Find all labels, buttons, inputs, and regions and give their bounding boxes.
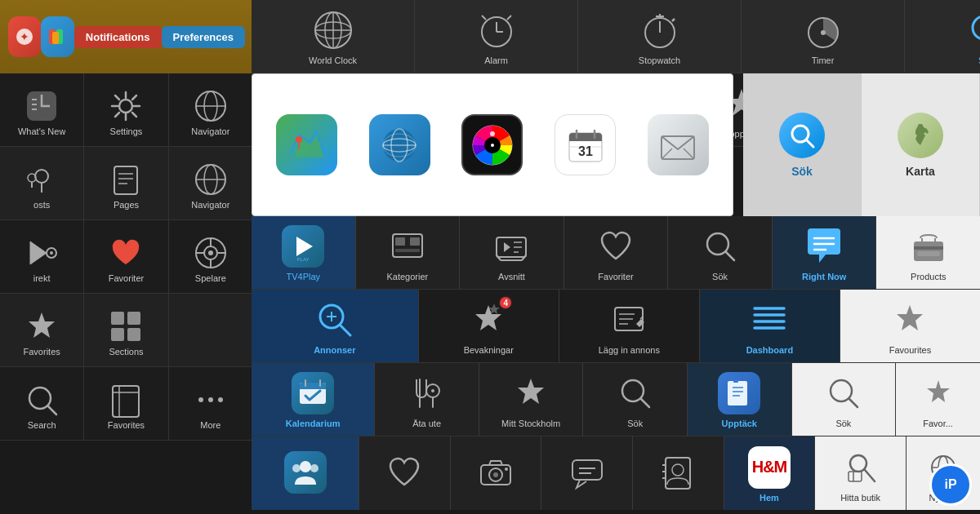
pages-label: Pages — [114, 200, 139, 210]
overlay-colorwheel[interactable] — [461, 114, 523, 175]
svg-line-178 — [865, 470, 875, 481]
favoriter-left-label: Favoriter — [109, 273, 144, 283]
panel-row-4: Favorites Sections — [0, 294, 253, 367]
svg-point-21 — [821, 30, 826, 35]
app-heart-bottom[interactable] — [359, 436, 451, 510]
app-timer[interactable]: Timer — [742, 0, 905, 73]
app-settings[interactable]: Settings — [84, 73, 168, 146]
app-sok-tv[interactable]: Sök — [668, 216, 773, 289]
overlay-globe[interactable] — [369, 114, 430, 175]
ata-ute-label: Äta ute — [412, 419, 441, 428]
app-upptack[interactable]: Upptäck — [688, 363, 792, 436]
svg-rect-179 — [849, 472, 862, 481]
app-hitta-butik[interactable]: Hitta butik — [815, 436, 906, 510]
overlay-panel: 31 — [252, 73, 733, 216]
svg-marker-150 — [518, 379, 544, 404]
app-tv4play[interactable]: PLAY TV4Play — [252, 216, 356, 289]
svg-point-168 — [505, 467, 508, 471]
favourites-label: Favourites — [889, 345, 931, 355]
timer-label: Timer — [812, 55, 835, 65]
svg-line-95 — [48, 406, 56, 414]
products-label: Products — [911, 272, 946, 281]
app-icon-red[interactable]: ✦ — [8, 16, 41, 57]
app-irekt[interactable]: irekt — [0, 220, 84, 293]
app-favoriter-left[interactable]: Favoriter — [84, 220, 168, 293]
more-label: More — [200, 420, 220, 430]
svg-text:PLAY: PLAY — [297, 257, 310, 262]
app-products[interactable]: Products — [876, 216, 980, 289]
app-mitt-stockholm[interactable]: Mitt Stockholm — [479, 363, 584, 436]
svg-rect-91 — [127, 312, 140, 325]
notifications-button[interactable]: Notifications — [74, 26, 162, 48]
app-sok[interactable]: Sök — [905, 0, 980, 73]
svg-line-60 — [662, 148, 672, 159]
app-favorites-book[interactable]: Favorites — [84, 367, 168, 440]
app-lagg-in-annons[interactable]: Lägg in annons — [559, 290, 700, 362]
overlay-maps[interactable] — [276, 114, 337, 175]
svg-point-173 — [672, 464, 684, 476]
app-sok-right[interactable]: Sök — [792, 363, 897, 436]
tab-sok[interactable]: Sök — [743, 73, 862, 216]
app-world-clock[interactable]: World Clock — [252, 0, 415, 73]
overlay-envelope[interactable] — [648, 114, 709, 175]
app-sok-kal[interactable]: Sök — [583, 363, 688, 436]
app-ata-ute[interactable]: Äta ute — [375, 363, 479, 436]
app-icon-books[interactable] — [41, 16, 74, 57]
row-clock: World Clock Alarm — [252, 0, 980, 73]
svg-line-13 — [482, 16, 486, 20]
app-search-left[interactable]: Search — [0, 367, 84, 440]
svg-line-61 — [684, 148, 694, 159]
app-kalendarium[interactable]: Kalendarium — [252, 363, 375, 436]
sok-karta-panel: Sök Karta — [743, 73, 980, 216]
svg-line-19 — [672, 19, 675, 21]
app-avsnitt[interactable]: Avsnitt — [460, 216, 564, 289]
app-empty-left — [169, 294, 253, 366]
favorites-book-label: Favorites — [108, 420, 145, 430]
sok-right-label: Sök — [835, 419, 851, 428]
app-kategorier-tv[interactable]: Kategorier — [356, 216, 461, 289]
app-navigator2[interactable]: Navigator — [169, 147, 253, 219]
svg-rect-105 — [395, 237, 405, 246]
app-pages[interactable]: Pages — [84, 147, 168, 219]
app-favori-partial[interactable]: Favor... — [896, 363, 980, 436]
app-stopwatch[interactable]: Stopwatch — [578, 0, 742, 73]
app-contacts[interactable] — [633, 436, 724, 510]
screen: ✦ Notifications Preferences — [0, 0, 980, 514]
svg-line-126 — [340, 325, 350, 335]
app-spelare[interactable]: Spelare — [169, 220, 253, 293]
app-whats-new[interactable]: What's New — [0, 73, 84, 146]
row-tv4play: PLAY TV4Play Kategorier — [252, 216, 980, 290]
preferences-button[interactable]: Preferences — [162, 26, 245, 48]
app-camera[interactable] — [451, 436, 542, 510]
app-annonser[interactable]: Annonser — [252, 290, 419, 362]
app-more[interactable]: More — [169, 367, 253, 440]
app-favorites-left[interactable]: Favorites — [0, 294, 84, 366]
app-sections[interactable]: Sections — [84, 294, 168, 366]
app-alarm[interactable]: Alarm — [415, 0, 578, 73]
svg-rect-90 — [111, 312, 124, 325]
svg-point-65 — [119, 100, 132, 113]
app-favoriter-tv[interactable]: Favoriter — [564, 216, 669, 289]
svg-marker-102 — [296, 237, 313, 256]
svg-marker-89 — [29, 312, 55, 338]
app-speech[interactable] — [541, 436, 633, 510]
tab-karta[interactable]: Karta — [862, 73, 980, 216]
app-dashboard[interactable]: Dashboard — [700, 290, 840, 362]
hem-label: Hem — [760, 493, 779, 503]
app-hem[interactable]: H&M Hem — [724, 436, 816, 510]
upptack-label: Upptäck — [722, 419, 757, 428]
app-right-now[interactable]: Right Now — [773, 216, 877, 289]
app-posts[interactable]: osts — [0, 147, 84, 219]
app-bevakningar[interactable]: 4 Bevakningar — [419, 290, 559, 362]
svg-point-94 — [29, 388, 51, 409]
panel-row-5: Search Favorites — [0, 367, 253, 441]
svg-point-51 — [490, 131, 495, 136]
svg-point-148 — [431, 389, 434, 392]
app-people[interactable] — [252, 436, 359, 510]
svg-line-63 — [806, 140, 813, 147]
app-favourites[interactable]: Favourites — [840, 290, 980, 362]
favorites-left-label: Favorites — [24, 347, 60, 357]
overlay-calendar[interactable]: 31 — [555, 114, 616, 175]
app-navigator[interactable]: Navigator — [169, 73, 253, 146]
ip-logo[interactable]: iP — [929, 463, 972, 506]
